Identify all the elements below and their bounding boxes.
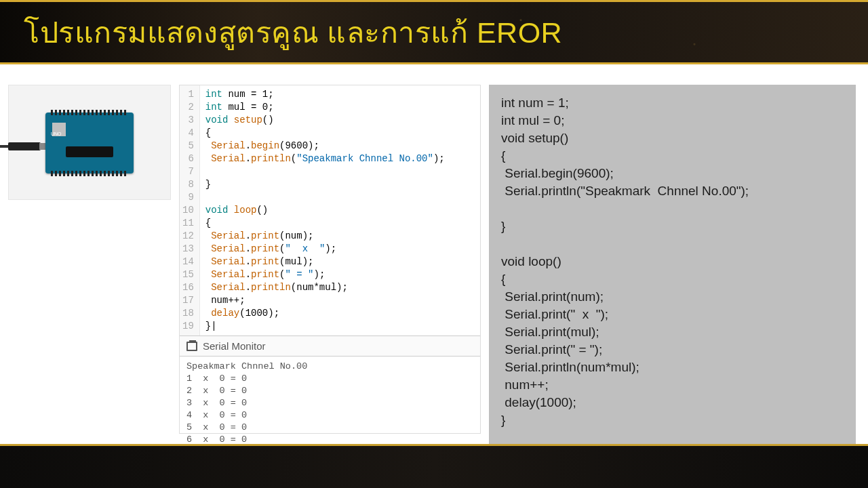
slide-header: โปรแกรมแสดงสูตรคูณ และการแก้ EROR bbox=[0, 0, 868, 64]
usb-plug-icon bbox=[8, 142, 41, 150]
arduino-board-icon: UNO bbox=[45, 113, 134, 174]
editor-panel: 12345678910111213141516171819 int num = … bbox=[179, 85, 481, 434]
code-editor: 12345678910111213141516171819 int num = … bbox=[180, 85, 480, 336]
serial-monitor-icon bbox=[186, 342, 197, 351]
line-gutter: 12345678910111213141516171819 bbox=[180, 85, 200, 336]
plain-code-panel: int num = 1; int mul = 0; void setup() {… bbox=[489, 85, 856, 444]
slide-title: โปรแกรมแสดงสูตรคูณ และการแก้ EROR bbox=[24, 9, 562, 56]
arduino-illustration: UNO bbox=[45, 113, 134, 174]
serial-monitor-label: Serial Monitor bbox=[203, 340, 266, 352]
code-body[interactable]: int num = 1;int mul = 0;void setup(){ Se… bbox=[200, 85, 450, 336]
serial-monitor-header[interactable]: Serial Monitor bbox=[180, 336, 480, 357]
main-content: UNO 12345678910111213141516171819 int nu… bbox=[0, 64, 868, 434]
slide-footer bbox=[0, 444, 868, 488]
arduino-panel: UNO bbox=[8, 85, 171, 200]
board-label: UNO bbox=[51, 131, 62, 136]
